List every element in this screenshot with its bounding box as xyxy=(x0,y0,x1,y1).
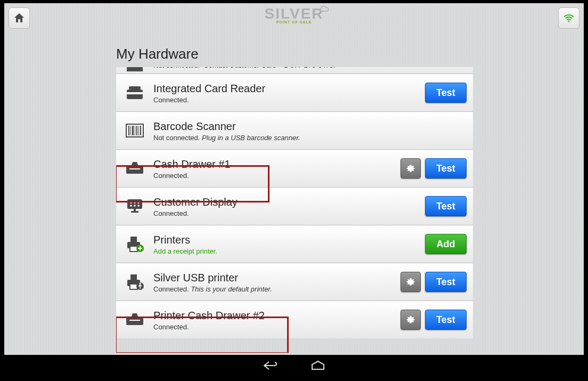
barcode-icon xyxy=(126,123,144,138)
svg-rect-30 xyxy=(138,248,142,249)
list-item-customer-display[interactable]: Customer Display Connected. Test xyxy=(116,187,473,225)
wifi-icon xyxy=(562,12,575,25)
brand-logo: SILVER POINT OF SALE xyxy=(264,6,323,24)
item-title: Barcode Scanner xyxy=(153,120,467,133)
svg-rect-18 xyxy=(131,211,138,213)
svg-rect-1 xyxy=(127,67,143,71)
item-title: Printers xyxy=(153,233,425,246)
card-reader-icon xyxy=(126,85,144,100)
add-button[interactable]: Add xyxy=(425,234,467,254)
list-item-barcode[interactable]: Barcode Scanner Not connected. Plug in a… xyxy=(116,111,473,149)
item-title: Integrated Card Reader xyxy=(153,82,425,95)
gear-icon xyxy=(405,314,416,325)
home-nav-button[interactable] xyxy=(311,360,325,373)
svg-rect-10 xyxy=(135,126,135,135)
test-button[interactable]: Test xyxy=(425,83,467,103)
svg-rect-32 xyxy=(130,274,137,280)
svg-point-22 xyxy=(130,205,132,207)
header: SILVER POINT OF SALE xyxy=(4,3,584,32)
home-outline-icon xyxy=(311,360,325,371)
settings-button[interactable] xyxy=(401,158,421,179)
gear-icon xyxy=(405,163,416,174)
svg-point-23 xyxy=(134,205,136,207)
item-title: Customer Display xyxy=(153,196,425,208)
status-text: Not connected. Plug in a USB barcode sca… xyxy=(153,134,467,142)
svg-rect-12 xyxy=(138,126,139,135)
page-title: My Hardware xyxy=(116,46,199,62)
status-text: Connected. xyxy=(153,209,425,217)
home-icon xyxy=(13,12,26,25)
svg-rect-13 xyxy=(140,126,141,135)
status-text: Not connected. Contact Customer Care – 1… xyxy=(153,67,467,69)
status-text: Connected. xyxy=(153,96,425,104)
item-title: Silver USB printer xyxy=(153,271,401,284)
wifi-button[interactable] xyxy=(558,7,579,29)
svg-rect-16 xyxy=(127,199,142,209)
svg-rect-8 xyxy=(130,126,131,135)
svg-rect-37 xyxy=(129,320,140,321)
brand-name: SILVER xyxy=(264,6,323,21)
svg-rect-11 xyxy=(136,126,137,135)
status-text: Connected. This is your default printer. xyxy=(153,285,401,293)
svg-rect-33 xyxy=(130,284,137,289)
status-text: Connected. xyxy=(153,323,401,331)
svg-point-35 xyxy=(140,283,141,285)
hardware-list[interactable]: Not connected. Contact Customer Care – 1… xyxy=(116,67,473,353)
list-item-card-reader[interactable]: Integrated Card Reader Connected. Test xyxy=(116,74,473,111)
svg-point-19 xyxy=(130,201,132,204)
list-item-printers[interactable]: Printers Add a receipt printer. Add xyxy=(116,225,473,263)
list-item-silver-usb-printer[interactable]: Silver USB printer Connected. This is yo… xyxy=(116,263,473,301)
settings-button[interactable] xyxy=(401,272,421,292)
list-item[interactable]: Not connected. Contact Customer Care – 1… xyxy=(116,67,473,74)
cash-drawer-icon xyxy=(125,161,144,176)
settings-button[interactable] xyxy=(401,310,421,330)
display-icon xyxy=(126,198,144,214)
svg-rect-5 xyxy=(129,86,141,90)
item-title: Printer Cash Drawer #2 xyxy=(153,309,401,322)
list-item-printer-cash-drawer-2[interactable]: Printer Cash Drawer #2 Connected. Test xyxy=(116,301,473,338)
svg-rect-36 xyxy=(126,318,143,325)
svg-rect-15 xyxy=(129,168,140,169)
svg-rect-26 xyxy=(130,237,137,242)
svg-rect-14 xyxy=(126,166,143,174)
back-icon xyxy=(263,360,279,371)
svg-rect-7 xyxy=(128,126,129,135)
svg-rect-9 xyxy=(132,126,134,135)
test-button[interactable]: Test xyxy=(425,196,467,216)
gear-icon xyxy=(405,277,416,287)
svg-point-21 xyxy=(137,201,140,204)
test-button[interactable]: Test xyxy=(425,310,467,330)
printer-add-icon xyxy=(125,236,144,253)
test-button[interactable]: Test xyxy=(425,158,467,179)
test-button[interactable]: Test xyxy=(425,272,467,292)
svg-rect-27 xyxy=(130,246,137,252)
drawer-icon xyxy=(126,67,144,74)
svg-point-24 xyxy=(137,205,140,207)
list-item-cash-drawer-1[interactable]: Cash Drawer #1 Connected. Test xyxy=(116,149,473,187)
svg-point-0 xyxy=(568,20,569,22)
svg-rect-4 xyxy=(127,92,143,94)
cloud-icon xyxy=(318,5,330,12)
home-button[interactable] xyxy=(9,7,30,29)
status-text: Connected. xyxy=(153,172,401,180)
svg-rect-17 xyxy=(134,209,136,211)
svg-point-20 xyxy=(134,201,136,204)
android-navbar xyxy=(4,355,584,378)
cash-drawer-icon xyxy=(125,312,144,327)
back-button[interactable] xyxy=(263,360,279,373)
item-title: Cash Drawer #1 xyxy=(153,158,401,171)
printer-usb-icon xyxy=(125,273,144,290)
status-text: Add a receipt printer. xyxy=(153,247,425,255)
